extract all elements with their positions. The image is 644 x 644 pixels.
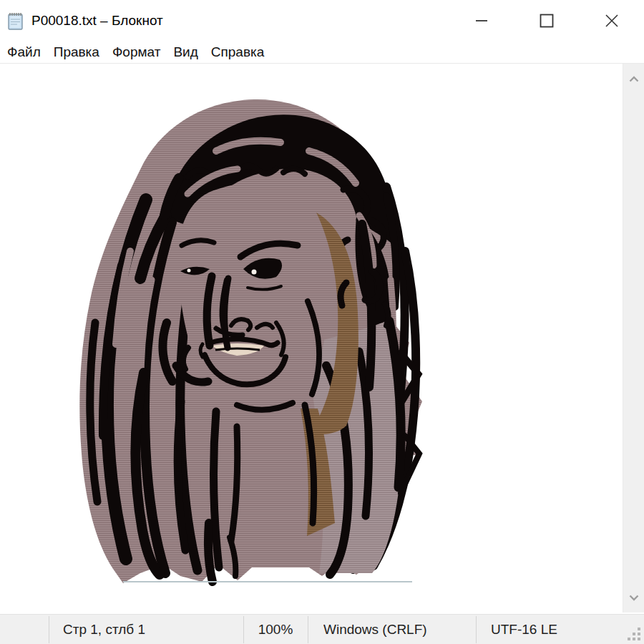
menu-bar: Файл Правка Формат Вид Справка (0, 42, 644, 64)
chevron-down-icon (629, 595, 639, 601)
notepad-icon (6, 11, 26, 31)
menu-view[interactable]: Вид (167, 42, 204, 64)
maximize-button[interactable] (514, 0, 579, 42)
zoom-level: 100% (243, 615, 308, 644)
cursor-position: Стр 1, стлб 1 (63, 615, 145, 644)
line-ending: Windows (CRLF) (323, 615, 427, 644)
menu-format[interactable]: Формат (106, 42, 167, 64)
minimize-icon (474, 13, 489, 29)
maximize-icon (538, 12, 555, 29)
text-editor-area[interactable] (0, 64, 623, 613)
encoding: UTF-16 LE (491, 615, 557, 644)
resize-grip[interactable] (626, 626, 642, 642)
status-separator (49, 616, 49, 643)
title-bar[interactable]: P00018.txt – Блокнот (0, 0, 644, 42)
vertical-scrollbar[interactable] (623, 64, 644, 613)
menu-edit[interactable]: Правка (47, 42, 106, 64)
minimize-button[interactable] (449, 0, 514, 42)
window-title: P00018.txt – Блокнот (31, 13, 163, 29)
menu-help[interactable]: Справка (205, 42, 271, 64)
status-separator (476, 616, 477, 643)
status-bar: Стр 1, стлб 1 100% Windows (CRLF) UTF-16… (0, 614, 644, 644)
close-icon (603, 12, 620, 29)
menu-file[interactable]: Файл (1, 42, 47, 64)
scroll-up-button[interactable] (623, 67, 644, 91)
status-separator (308, 616, 308, 643)
ascii-art-portrait (0, 64, 623, 613)
close-button[interactable] (579, 0, 644, 42)
scroll-down-button[interactable] (623, 585, 644, 610)
notepad-window: P00018.txt – Блокнот Файл Правка Формат (0, 0, 644, 644)
chevron-up-icon (629, 76, 639, 82)
